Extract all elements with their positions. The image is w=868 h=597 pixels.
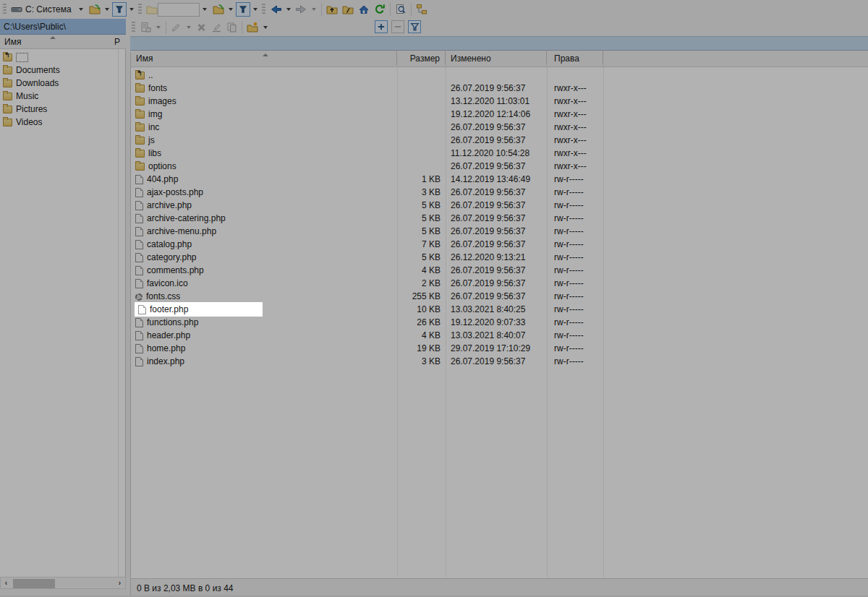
copy-button[interactable] [224,20,239,35]
column-header-modified[interactable]: Изменено [446,50,547,65]
file-row[interactable]: .. [131,69,868,82]
highlighted-file-rename-box[interactable]: footer.php [135,302,263,317]
rename-button[interactable] [209,20,224,35]
scrollbar-thumb[interactable] [13,579,55,588]
remote-filter-button[interactable] [236,2,250,17]
root-directory-button[interactable] [340,1,356,17]
local-path-bar[interactable]: C:\Users\Public\ [0,19,126,35]
properties-button[interactable] [138,20,153,35]
file-name: images [148,96,176,106]
chevron-down-icon[interactable] [79,8,83,11]
file-type-icon [135,111,145,119]
file-row[interactable]: js 26.07.2019 9:56:37 rwxr-x--- [131,134,868,147]
chevron-down-icon[interactable] [156,26,161,29]
file-row[interactable]: fonts 26.07.2019 9:56:37 rwxr-x--- [131,82,868,95]
chevron-down-icon[interactable] [312,8,316,11]
local-column-divider [118,49,119,577]
file-row[interactable]: img 19.12.2020 12:14:06 rwxr-x--- [131,108,868,121]
folder-icon [3,80,12,87]
file-name-cell: archive-catering.php [131,213,397,223]
file-row[interactable]: archive-menu.php 5 KB 26.07.2019 9:56:37… [131,225,868,238]
find-files-button[interactable] [393,1,409,17]
column-header-rights[interactable]: Права [547,50,603,65]
forward-button[interactable] [294,1,309,17]
file-row[interactable]: header.php 4 KB 13.03.2021 8:40:07 rw-r-… [131,329,868,342]
chevron-down-icon[interactable] [129,8,134,11]
remote-path-band[interactable] [130,36,868,51]
file-name: header.php [147,330,190,340]
file-row[interactable]: index.php 3 KB 26.07.2019 9:56:37 rw-r--… [131,355,868,368]
file-rights: rwxr-x--- [547,135,626,145]
file-size: 1 KB [397,174,446,184]
file-rights: rwxr-x--- [547,148,626,158]
file-row[interactable]: archive-catering.php 5 KB 26.07.2019 9:5… [131,212,868,225]
file-row[interactable]: fonts.css 255 KB 26.07.2019 9:56:37 rw-r… [131,290,868,303]
local-tree-item[interactable]: Music [0,90,125,103]
toolbar-grip[interactable] [3,4,7,15]
local-tree-item[interactable]: Videos [0,116,125,129]
file-row[interactable]: catalog.php 7 KB 26.07.2019 9:56:37 rw-r… [131,238,868,251]
local-column-size[interactable]: Р [114,37,122,47]
remote-open-directory-button[interactable] [211,1,226,17]
file-row[interactable]: images 13.12.2020 11:03:01 rwxr-x--- [131,95,868,108]
chevron-down-icon[interactable] [203,8,207,11]
local-column-name[interactable]: Имя [4,37,21,47]
toolbar-grip[interactable] [138,4,142,15]
local-drive-combo[interactable]: C: Система [9,1,88,17]
file-type-icon [135,344,143,353]
file-name-cell: comments.php [131,265,397,275]
chevron-down-icon[interactable] [263,26,268,29]
back-button[interactable] [268,1,284,17]
selection-filter-button[interactable] [408,20,421,33]
parent-directory-button[interactable] [324,1,340,17]
file-row[interactable]: category.php 5 KB 26.12.2020 9:13:21 rw-… [131,251,868,264]
toolbar-grip[interactable] [262,4,265,15]
hard-drive-icon [11,4,22,15]
column-header-size[interactable]: Размер [397,50,446,65]
chevron-down-icon[interactable] [187,26,191,29]
column-header-name[interactable]: Имя [131,50,397,65]
local-filter-button[interactable] [112,2,127,17]
remote-dir-combo[interactable] [145,1,211,17]
chevron-down-icon[interactable] [286,8,291,11]
file-row[interactable]: comments.php 4 KB 26.07.2019 9:56:37 rw-… [131,264,868,277]
file-type-icon [135,98,145,106]
home-button[interactable] [356,1,372,17]
chevron-down-icon[interactable] [253,8,258,11]
new-folder-button[interactable] [244,20,260,35]
file-row[interactable]: ajax-posts.php 3 KB 26.07.2019 9:56:37 r… [131,186,868,199]
add-selection-button[interactable] [375,20,388,33]
file-name-cell: .. [131,70,397,80]
local-tree-item[interactable]: Documents [0,64,125,77]
toolbar-grip[interactable] [132,22,135,33]
local-tree-item[interactable] [0,51,125,64]
file-row[interactable]: 404.php 1 KB 14.12.2019 13:46:49 rw-r---… [131,173,868,186]
file-modified: 26.07.2019 9:56:37 [446,213,547,223]
chevron-down-icon[interactable] [229,8,233,11]
folder-tree-button[interactable] [414,1,430,17]
local-horizontal-scrollbar[interactable]: ‹ › [0,577,126,589]
local-open-directory-button[interactable] [88,1,102,17]
refresh-button[interactable] [372,1,388,17]
file-name: functions.php [147,317,198,327]
edit-button[interactable] [169,20,184,35]
delete-button[interactable] [194,20,209,35]
file-row[interactable]: options 26.07.2019 9:56:37 rwxr-x--- [131,160,868,173]
file-row[interactable]: archive.php 5 KB 26.07.2019 9:56:37 rw-r… [131,199,868,212]
local-tree-item[interactable]: Downloads [0,77,125,90]
file-row[interactable]: libs 11.12.2020 10:54:28 rwxr-x--- [131,147,868,160]
file-row[interactable]: favicon.ico 2 KB 26.07.2019 9:56:37 rw-r… [131,277,868,290]
remove-selection-button[interactable] [391,20,404,33]
chevron-down-icon[interactable] [105,8,109,11]
local-tree-item[interactable]: Pictures [0,103,125,116]
rename-icon [210,22,223,33]
file-type-icon [135,253,143,262]
scroll-right-icon[interactable]: › [114,577,125,588]
remote-dir-value[interactable] [158,3,200,17]
file-size: 5 KB [397,200,446,210]
file-name: inc [148,122,159,132]
file-row[interactable]: inc 26.07.2019 9:56:37 rwxr-x--- [131,121,868,134]
file-row[interactable]: functions.php 26 KB 19.12.2020 9:07:33 r… [131,316,868,329]
file-row[interactable]: home.php 19 KB 29.07.2019 17:10:29 rw-r-… [131,342,868,355]
scroll-left-icon[interactable]: ‹ [1,577,12,588]
